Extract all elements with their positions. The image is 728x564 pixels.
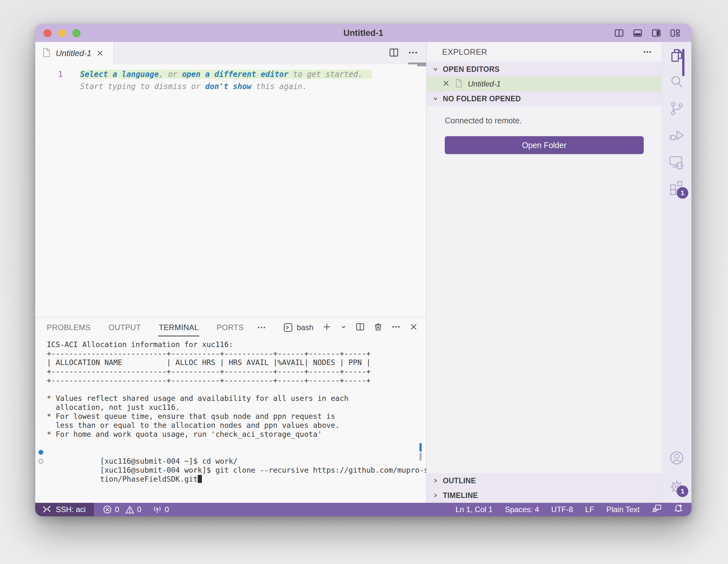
toggle-sidebar-right-icon[interactable] [651,28,661,38]
section-no-folder-opened[interactable]: NO FOLDER OPENED [427,91,662,106]
terminal-line [47,385,426,394]
error-count: 0 [115,505,119,514]
code-editor[interactable]: 1 Select a language, or open a different… [35,64,426,317]
settings-badge: 1 [677,485,688,497]
terminal-line: * For lowest queue time, ensure that qsu… [47,412,426,421]
settings-gear-icon[interactable]: 1 [669,479,684,494]
remote-explorer-view-icon[interactable] [669,154,684,170]
tab-problems[interactable]: PROBLEMS [47,323,91,332]
eol-sequence[interactable]: LF [585,505,594,514]
explorer-sidebar: EXPLORER OPEN EDITORS [427,42,662,503]
forwarded-ports-status[interactable]: 0 [153,505,169,514]
editor-placeholder-line-1: Select a language, or open a different e… [80,70,372,79]
file-icon [455,79,463,89]
new-terminal-icon[interactable] [322,322,331,333]
open-editor-item-untitled-1[interactable]: Untitled-1 [427,77,662,91]
terminal-line: | ALLOCATION NAME | ALLOC HRS | HRS AVAI… [47,358,426,367]
editor-more-actions-icon[interactable] [408,48,418,59]
select-language-link[interactable]: Select a language [80,70,159,79]
activity-bar: 1 1 [662,42,691,503]
tab-output[interactable]: OUTPUT [109,323,141,332]
search-view-icon[interactable] [669,74,684,90]
chevron-right-icon [432,477,439,484]
explorer-more-actions-icon[interactable] [642,47,652,57]
terminal-output[interactable]: ICS-ACI Allocation information for xuc11… [35,337,426,503]
workbench: Untitled-1 [35,42,691,503]
terminal-command-line: [xuc116@submit-004 ~]$ cd work/ [47,448,426,457]
split-editor-icon[interactable] [389,48,399,59]
section-open-editors[interactable]: OPEN EDITORS [427,62,662,77]
notifications-bell-icon[interactable] [674,504,683,515]
terminal-cursor [198,475,202,483]
terminal-dropdown-chevron-icon[interactable] [340,324,347,331]
error-icon [103,505,112,514]
terminal-scroll-mark-current[interactable] [419,443,422,452]
customize-layout-icon[interactable] [670,28,681,38]
warning-icon [125,505,134,514]
open-editor-file-name: Untitled-1 [468,79,501,88]
broadcast-icon [153,505,162,514]
tab-ports[interactable]: PORTS [217,323,244,332]
terminal-line [47,439,426,448]
line-number: 1 [35,70,80,79]
status-bar: SSH: aci 0 0 0 Ln 1, Col [35,503,691,516]
command-running-decoration[interactable] [38,459,43,464]
close-editor-icon[interactable] [442,79,450,88]
language-mode[interactable]: Plain Text [606,505,640,514]
toggle-panel-icon[interactable] [633,28,643,38]
zoom-window-button[interactable] [72,29,80,37]
remote-label: SSH: aci [56,505,86,514]
split-editor-layout-icon[interactable] [614,28,624,38]
remote-connection-message: Connected to remote. [445,116,644,125]
bottom-panel: PROBLEMS OUTPUT TERMINAL PORTS [35,317,426,503]
code-line-2: Start typing to dismiss or don't show th… [35,80,426,93]
close-window-button[interactable] [44,29,52,37]
explorer-view-icon[interactable] [669,48,684,63]
panel-more-tabs-icon[interactable] [257,323,266,332]
problems-status[interactable]: 0 0 [103,505,141,514]
kill-terminal-icon[interactable] [374,322,383,333]
remote-indicator[interactable]: SSH: aci [35,503,94,516]
dont-show-link[interactable]: don't show [205,82,252,91]
terminal-line: +--------------------------+-----------+… [47,367,426,376]
tab-untitled-1[interactable]: Untitled-1 [35,42,114,64]
terminal-line: * Values reflect shared usage and availa… [47,394,426,403]
command-success-decoration[interactable] [38,450,43,455]
source-control-view-icon[interactable] [669,101,684,116]
terminal-line: ICS-ACI Allocation information for xuc11… [47,340,426,349]
feedback-icon[interactable] [652,504,661,515]
terminal-line: +--------------------------+-----------+… [47,349,426,358]
terminal-instance-selector[interactable]: bash [283,323,313,332]
section-timeline[interactable]: TIMELINE [427,488,662,503]
terminal-line: allocation, not just xuc116. [47,403,426,412]
tab-label: Untitled-1 [56,48,91,58]
run-debug-view-icon[interactable] [669,128,684,143]
no-folder-content: Connected to remote. Open Folder [427,106,662,473]
active-view-indicator [682,49,684,76]
tab-close-icon[interactable] [96,50,103,57]
terminal-line: * For home and work quota usage, run 'ch… [47,430,426,439]
warning-count: 0 [137,505,141,514]
window-title: Untitled-1 [343,28,384,38]
split-terminal-icon[interactable] [356,322,365,333]
chevron-down-icon [432,95,439,102]
sidebar-header: EXPLORER [427,42,662,62]
traffic-lights [44,24,80,42]
section-outline[interactable]: OUTLINE [427,473,662,488]
minimize-window-button[interactable] [58,29,66,37]
open-different-editor-link[interactable]: open a different editor [182,70,288,79]
overview-ruler-mark [417,64,426,66]
account-icon[interactable] [669,450,684,466]
close-panel-icon[interactable] [409,323,418,332]
encoding[interactable]: UTF-8 [551,505,573,514]
code-line-1: 1 Select a language, or open a different… [35,68,426,80]
indentation[interactable]: Spaces: 4 [505,505,539,514]
tab-terminal[interactable]: TERMINAL [159,323,199,332]
open-folder-button[interactable]: Open Folder [445,136,644,154]
terminal-scroll-mark[interactable] [419,453,422,460]
cursor-position[interactable]: Ln 1, Col 1 [456,505,493,514]
extensions-view-icon[interactable]: 1 [669,181,684,196]
terminal-line: +--------------------------+-----------+… [47,376,426,385]
title-bar: Untitled-1 [35,24,691,42]
panel-more-actions-icon[interactable] [392,322,401,333]
